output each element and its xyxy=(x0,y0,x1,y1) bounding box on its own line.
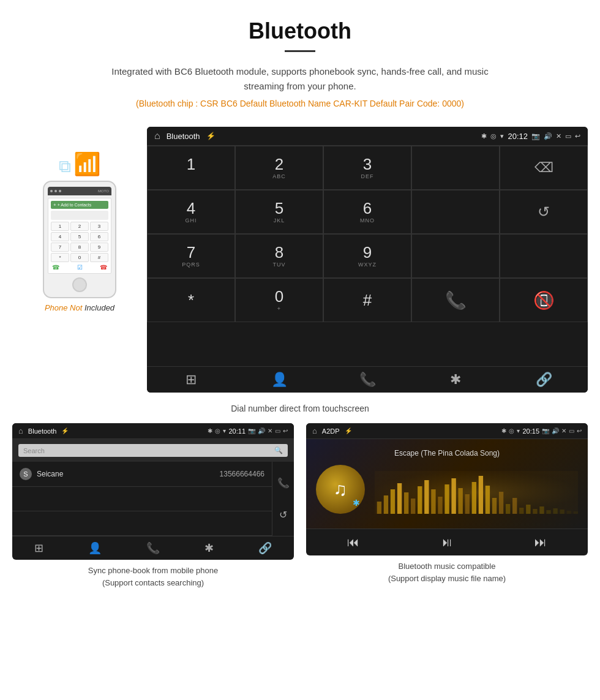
pb-tool-bt[interactable]: ✱ xyxy=(204,541,214,555)
key-1[interactable]: 1 xyxy=(147,146,235,190)
key-6[interactable]: 6 MNO xyxy=(323,190,411,234)
phone-home-button[interactable] xyxy=(72,277,87,292)
phonebook-home-icon[interactable]: ⌂ xyxy=(18,426,23,435)
bluetooth-specs: (Bluetooth chip : CSR BC6 Default Blueto… xyxy=(12,99,588,108)
dial-tool-grid[interactable]: ⊞ xyxy=(147,372,235,388)
svg-rect-9 xyxy=(431,489,435,514)
phone-container: ⧉ 📶 MOTO xyxy=(12,127,147,312)
key-7[interactable]: 7 PQRS xyxy=(147,234,235,278)
key-3[interactable]: 3 xyxy=(90,222,108,231)
svg-rect-21 xyxy=(512,498,517,514)
contact-number: 13566664466 xyxy=(220,470,264,478)
key-5[interactable]: 5 JKL xyxy=(235,190,323,234)
svg-rect-24 xyxy=(533,509,537,514)
key-3-main: 3 xyxy=(363,156,372,172)
key-star-main: * xyxy=(188,292,194,308)
close-icon[interactable]: ✕ xyxy=(556,132,561,140)
pb-tool-grid[interactable]: ⊞ xyxy=(34,541,43,555)
music-status-right: ✱ ◎ ▾ 20:15 📷 🔊 ✕ ▭ ↩ xyxy=(501,427,582,435)
key-hash[interactable]: # xyxy=(323,278,411,322)
pb-side-refresh-icon[interactable]: ↺ xyxy=(279,509,287,521)
key-2[interactable]: 2 xyxy=(70,222,89,231)
svg-rect-1 xyxy=(377,502,381,514)
key-6[interactable]: 6 xyxy=(90,232,108,241)
key-1[interactable]: 1 xyxy=(51,222,69,231)
phone-top-dots xyxy=(50,190,61,192)
key-9-main: 9 xyxy=(363,244,372,260)
phonebook-caption: Sync phone-book from mobile phone (Suppo… xyxy=(88,565,218,589)
key-8[interactable]: 8 TUV xyxy=(235,234,323,278)
contact-item[interactable]: S Seicane 13566664466 xyxy=(12,462,272,487)
key-3[interactable]: 3 DEF xyxy=(323,146,411,190)
refresh-icon: ↺ xyxy=(538,203,550,220)
volume-icon: 🔊 xyxy=(544,132,552,140)
music-album-art: ♫ ✱ xyxy=(316,465,365,514)
refresh-button[interactable]: ↺ xyxy=(500,190,588,234)
pb-wifi-icon: ▾ xyxy=(223,427,226,434)
music-next-button[interactable]: ⏭ xyxy=(534,535,547,549)
pb-tool-phone[interactable]: 📞 xyxy=(146,541,160,555)
key-7[interactable]: 7 xyxy=(51,243,69,252)
pb-side-phone-icon[interactable]: 📞 xyxy=(277,477,290,489)
phone-dial-btn[interactable]: ☑ xyxy=(77,264,83,271)
music-back-icon[interactable]: ↩ xyxy=(577,427,582,434)
key-4[interactable]: 4 GHI xyxy=(147,190,235,234)
music-statusbar: ⌂ A2DP ⚡ ✱ ◎ ▾ 20:15 📷 🔊 ✕ ▭ ↩ xyxy=(306,423,588,439)
phonebook-search-bar[interactable]: Search 🔍 xyxy=(18,444,288,457)
phonebook-mini-screen: ⌂ Bluetooth ⚡ ✱ ◎ ▾ 20:11 📷 🔊 ✕ ▭ ↩ xyxy=(12,423,294,560)
key-4[interactable]: 4 xyxy=(51,232,69,241)
dial-statusbar: ⌂ Bluetooth ⚡ ✱ ◎ ▾ 20:12 📷 🔊 ✕ ▭ ↩ xyxy=(147,127,588,146)
key-7-sub: PQRS xyxy=(182,262,200,268)
dial-tool-link[interactable]: 🔗 xyxy=(500,372,588,388)
dial-tool-phone[interactable]: 📞 xyxy=(323,372,411,388)
music-home-icon[interactable]: ⌂ xyxy=(312,426,317,435)
key-9[interactable]: 9 xyxy=(90,243,108,252)
key-0[interactable]: 0 + xyxy=(235,278,323,322)
pb-tool-person[interactable]: 👤 xyxy=(88,541,102,555)
pb-back-icon[interactable]: ↩ xyxy=(283,427,288,434)
svg-rect-18 xyxy=(492,498,497,514)
phone-brand: MOTO xyxy=(98,189,109,193)
page-header: Bluetooth Integrated with BC6 Bluetooth … xyxy=(0,0,600,127)
phonebook-caption-line2: (Support contacts searching) xyxy=(102,578,204,587)
dial-home-icon[interactable]: ⌂ xyxy=(154,130,160,141)
delete-button[interactable]: ⌫ xyxy=(500,146,588,190)
answer-call-button[interactable]: 📞 xyxy=(411,278,500,322)
svg-rect-25 xyxy=(539,506,544,514)
pb-tool-link[interactable]: 🔗 xyxy=(258,541,272,555)
music-main-area: ♫ ✱ xyxy=(316,465,578,519)
key-2-main: 2 xyxy=(275,156,283,172)
key-0[interactable]: 0 xyxy=(70,253,89,262)
key-9[interactable]: 9 WXYZ xyxy=(323,234,411,278)
dial-tool-bluetooth[interactable]: ✱ xyxy=(411,372,500,388)
dial-time: 20:12 xyxy=(508,132,528,141)
end-call-button[interactable]: 📵 xyxy=(500,278,588,322)
key-6-main: 6 xyxy=(363,200,372,216)
dial-tool-contacts[interactable]: 👤 xyxy=(235,372,323,388)
music-playpause-button[interactable]: ⏯ xyxy=(441,535,453,549)
phone-red-btn[interactable]: ☎ xyxy=(100,264,107,271)
phonebook-status-right: ✱ ◎ ▾ 20:11 📷 🔊 ✕ ▭ ↩ xyxy=(208,427,288,435)
music-prev-button[interactable]: ⏮ xyxy=(347,535,359,549)
phone-green-btn[interactable]: ☎ xyxy=(52,264,59,271)
music-close-icon[interactable]: ✕ xyxy=(561,427,566,434)
key-9-sub: WXYZ xyxy=(358,262,377,268)
phone-dot xyxy=(50,190,53,192)
dial-status-left: ⌂ Bluetooth ⚡ xyxy=(154,130,216,141)
key-hash[interactable]: # xyxy=(90,253,108,262)
key-2[interactable]: 2 ABC xyxy=(235,146,323,190)
svg-rect-22 xyxy=(519,508,523,514)
key-star[interactable]: * xyxy=(51,253,69,262)
key-4-sub: GHI xyxy=(185,217,197,224)
music-vol-icon: 🔊 xyxy=(552,427,559,434)
pb-close-icon[interactable]: ✕ xyxy=(268,427,272,434)
music-toolbar: ⏮ ⏯ ⏭ xyxy=(306,529,588,555)
back-icon[interactable]: ↩ xyxy=(575,132,580,140)
key-0-main: 0 xyxy=(275,288,283,304)
key-8[interactable]: 8 xyxy=(70,243,89,252)
key-star[interactable]: * xyxy=(147,278,235,322)
pb-vol-icon: 🔊 xyxy=(258,427,265,434)
svg-rect-27 xyxy=(553,508,557,514)
svg-rect-30 xyxy=(574,511,578,514)
key-5[interactable]: 5 xyxy=(70,232,89,241)
